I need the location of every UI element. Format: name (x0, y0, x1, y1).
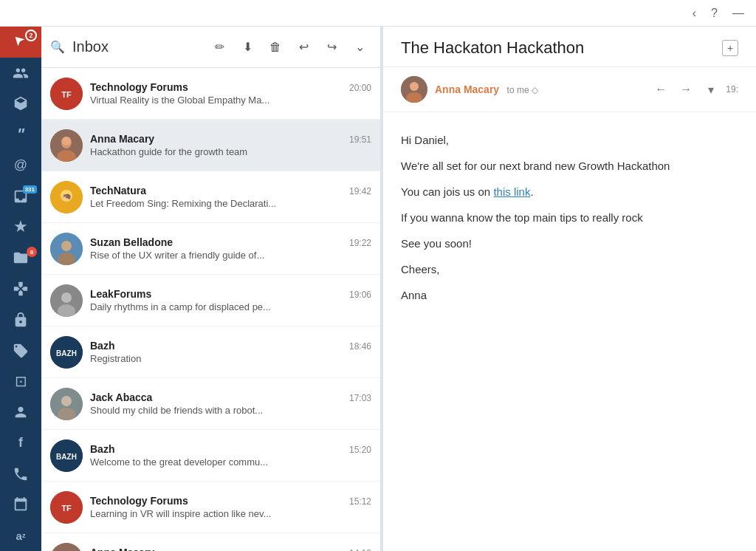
email-line2: You can jois us on this link. (401, 182, 738, 202)
mail-time: 19:42 (349, 186, 371, 196)
sender-name: Anna Macary (435, 83, 499, 95)
sidebar-item-game[interactable] (0, 273, 41, 304)
mail-time: 14:18 (349, 548, 371, 551)
mail-sender: Bazh (90, 340, 114, 352)
sender-info: Anna Macary to me ◇ (435, 83, 643, 96)
sidebar-item-facebook[interactable]: f (0, 428, 41, 459)
email-greeting: Hi Daniel, (401, 130, 738, 150)
email-body: Hi Daniel, We're all set for our next br… (383, 112, 756, 329)
mail-time: 19:51 (349, 134, 371, 145)
avatar: BAZH (50, 439, 83, 472)
sidebar-item-layers[interactable]: ⊡ (0, 366, 41, 397)
mail-item[interactable]: TF Technology Forums 20:00 Virtual Reali… (41, 68, 380, 120)
avatar: BAZH (50, 336, 83, 369)
window-controls-bar: ‹ ? — (0, 0, 756, 27)
reading-actions: ← → ▾ 19: (650, 79, 738, 100)
mail-sender: Suzan Belladone (90, 236, 173, 248)
sidebar-item-calendar[interactable] (0, 489, 41, 520)
sidebar-item-phone[interactable] (0, 459, 41, 490)
sidebar-item-user[interactable] (0, 397, 41, 428)
mail-item[interactable]: 🦔 TechNatura 19:42 Let Freedom Sing: Rem… (41, 171, 380, 223)
sidebar-item-tag[interactable] (0, 335, 41, 366)
compose-button[interactable]: ✏ (207, 35, 231, 59)
mail-list-panel: 🔍 Inbox ✏ ⬇ 🗑 ↩ ↪ ⌄ TF (41, 27, 381, 551)
mail-header: Anna Macary 19:51 (90, 133, 371, 145)
svg-text:🦔: 🦔 (62, 191, 72, 201)
sidebar-item-inbox[interactable]: 331 (0, 181, 41, 212)
sender-to: to me ◇ (507, 85, 538, 95)
more-action-button[interactable]: ▾ (701, 79, 721, 100)
mail-sender: TechNatura (90, 185, 146, 196)
help-button[interactable]: ? (711, 7, 718, 20)
sidebar-item-at[interactable]: @ (0, 150, 41, 181)
email-line1: We're all set for our next brand new Gro… (401, 156, 738, 176)
email-line2-post: . (530, 185, 533, 198)
sender-avatar (401, 76, 427, 103)
mail-item[interactable]: BAZH Bazh 18:46 Registration (41, 326, 380, 378)
svg-text:TF: TF (61, 90, 72, 99)
sidebar-item-lock[interactable] (0, 304, 41, 335)
email-subject: The Hackaton Hackathon (401, 38, 716, 58)
mail-content: Anna Macary 19:51 Hackathon guide for th… (90, 133, 371, 157)
reply-button[interactable]: ↩ (292, 35, 315, 59)
mail-time: 15:12 (349, 496, 371, 507)
mail-subject: Rise of the UX writer a friendly guide o… (90, 250, 371, 261)
mail-sender: Anna Macary (90, 133, 154, 145)
more-button[interactable]: ⌄ (348, 35, 371, 59)
email-line5: Cheers, (401, 259, 738, 279)
sidebar-item-people[interactable] (0, 58, 41, 89)
mail-subject: Should my child be friends with a robot.… (90, 405, 371, 416)
back-button[interactable]: ‹ (693, 7, 696, 20)
mail-item[interactable]: BAZH Bazh 15:20 Welcome to the great dev… (41, 430, 380, 482)
mail-header: Bazh 18:46 (90, 340, 371, 352)
sidebar-item-quote[interactable]: " (0, 119, 41, 150)
mail-content: Anna Macary 14:18 How Should We Tax Self… (90, 547, 371, 551)
mail-subject: Let Freedom Sing: Remixing the Declarati… (90, 198, 371, 209)
forward-button[interactable]: ↪ (320, 35, 343, 59)
mail-content: Technology Forums 20:00 Virtual Reality … (90, 81, 371, 106)
mail-subject: Registration (90, 353, 371, 364)
mail-sender: LeakForums (90, 288, 151, 300)
reading-subheader: Anna Macary to me ◇ ← → ▾ 19: (383, 67, 756, 112)
sidebar: 2 " @ 331 ★ 8 (0, 27, 41, 551)
mail-time: 17:03 (349, 393, 371, 403)
sidebar-item-settings[interactable]: az (0, 520, 41, 551)
inbox-badge: 331 (23, 185, 37, 194)
mail-header: TechNatura 19:42 (90, 185, 371, 196)
search-icon[interactable]: 🔍 (50, 40, 65, 54)
mail-item[interactable]: Anna Macary 14:18 How Should We Tax Self… (41, 533, 380, 551)
mail-item[interactable]: TF Technology Forums 15:12 Learning in V… (41, 482, 380, 533)
mail-items-list: TF Technology Forums 20:00 Virtual Reali… (41, 68, 380, 551)
mail-item[interactable]: Jack Abacca 17:03 Should my child be fri… (41, 378, 380, 430)
mail-sender: Jack Abacca (90, 391, 152, 403)
mail-item[interactable]: Anna Macary 19:51 Hackathon guide for th… (41, 120, 380, 171)
delete-button[interactable]: 🗑 (264, 35, 287, 59)
sidebar-item-folder[interactable]: 8 (0, 242, 41, 273)
mail-item[interactable]: LeakForums 19:06 Daily rhythms in a camp… (41, 275, 380, 326)
svg-text:TF: TF (61, 504, 72, 513)
svg-point-24 (50, 543, 83, 552)
reply-action-button[interactable]: ← (650, 79, 671, 100)
forward-action-button[interactable]: → (676, 79, 696, 100)
sidebar-item-cube[interactable] (0, 89, 41, 120)
mail-content: Jack Abacca 17:03 Should my child be fri… (90, 391, 371, 416)
mail-sender: Technology Forums (90, 495, 188, 507)
mail-sender: Anna Macary (90, 547, 154, 551)
mail-subject: Virtual Reality is the Global Empathy Ma… (90, 95, 371, 106)
email-link[interactable]: this link (493, 185, 530, 198)
mail-subject: Welcome to the great developer commu... (90, 456, 371, 468)
avatar (50, 388, 83, 420)
mail-header: Suzan Belladone 19:22 (90, 236, 371, 248)
mail-sender: Bazh (90, 443, 114, 455)
add-subject-button[interactable]: + (722, 40, 738, 56)
mail-header: Anna Macary 14:18 (90, 547, 371, 551)
mail-item[interactable]: Suzan Belladone 19:22 Rise of the UX wri… (41, 223, 380, 275)
mail-header: Technology Forums 20:00 (90, 81, 371, 93)
app-icon[interactable]: 2 (0, 27, 41, 58)
svg-text:BAZH: BAZH (56, 349, 77, 357)
download-button[interactable]: ⬇ (236, 35, 259, 59)
avatar (50, 233, 83, 265)
minimize-button[interactable]: — (732, 7, 744, 20)
sidebar-item-star[interactable]: ★ (0, 212, 41, 243)
mail-time: 15:20 (349, 445, 371, 455)
